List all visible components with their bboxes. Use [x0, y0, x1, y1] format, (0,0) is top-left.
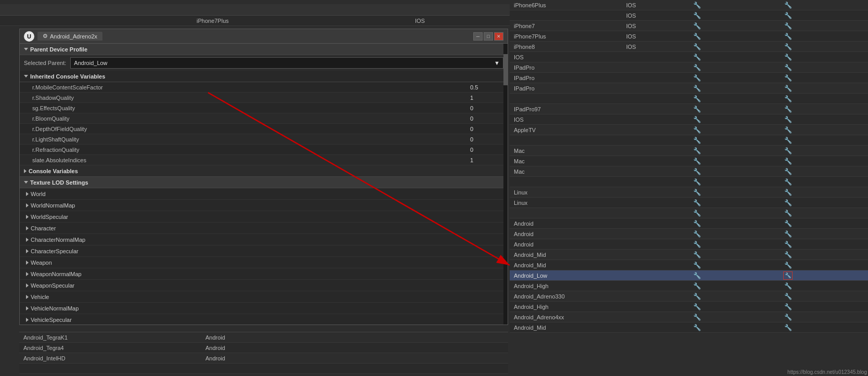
right-row-7-extra: 🔧: [707, 74, 868, 82]
right-row-10-name: IPadPro97: [510, 106, 624, 112]
parent-device-profile-label: Parent Device Profile: [30, 46, 87, 53]
right-row-0-extra: 🔧: [707, 2, 868, 9]
wrench-icon-0b: 🔧: [784, 2, 792, 9]
minimize-button[interactable]: ─: [473, 32, 483, 41]
right-row-15-name: Mac: [510, 158, 624, 164]
right-row-23[interactable]: Android 🔧 🔧: [510, 239, 868, 250]
right-row-13[interactable]: 🔧 🔧: [510, 135, 868, 146]
icv-collapse-icon: [24, 75, 28, 77]
right-row-8[interactable]: IPadPro 🔧 🔧: [510, 83, 868, 94]
collapse-icon: [24, 48, 28, 50]
tls-item-weaponnormalmap[interactable]: WeaponNormalMap: [20, 268, 508, 280]
right-row-5[interactable]: IOS 🔧 🔧: [510, 52, 868, 62]
bg-row-1-name: iPhone7Plus: [192, 18, 411, 24]
right-row-6[interactable]: IPadPro 🔧 🔧: [510, 62, 868, 73]
right-row-9[interactable]: 🔧 🔧: [510, 94, 868, 104]
var-value-4: 0: [466, 126, 508, 132]
var-row-5: r.LightShaftQuality 0: [20, 134, 508, 145]
right-row-30-name: Android_Adreno4xx: [510, 314, 624, 320]
right-row-16[interactable]: Mac 🔧 🔧: [510, 166, 868, 177]
var-row-1: r.ShadowQuality 1: [20, 93, 508, 103]
right-row-24[interactable]: Android_Mid 🔧 🔧: [510, 250, 868, 260]
dropdown-arrow-icon: ▼: [494, 60, 500, 66]
wrench-icon-1: 🔧: [693, 12, 701, 19]
right-row-4-name: iPhone8: [510, 44, 624, 50]
right-row-4[interactable]: iPhone8 IOS 🔧 🔧: [510, 42, 868, 52]
right-row-29-name: Android_High: [510, 304, 624, 310]
right-row-14[interactable]: Mac 🔧 🔧: [510, 146, 868, 156]
panel-title-left: U ⚙ Android_Adreno2x: [24, 31, 102, 42]
right-row-17[interactable]: 🔧 🔧: [510, 177, 868, 187]
device-icon: ⚙: [43, 33, 48, 40]
tls-item-weaponspecular[interactable]: WeaponSpecular: [20, 280, 508, 291]
right-row-24-name: Android_Mid: [510, 252, 624, 258]
tls-label: Texture LOD Settings: [30, 179, 88, 186]
right-row-18[interactable]: Linux 🔧 🔧: [510, 187, 868, 198]
bottom-row-0[interactable]: Android_TegraK1 Android: [19, 332, 508, 343]
bottom-row-1[interactable]: Android_Tegra4 Android: [19, 343, 508, 353]
tls-item-characterspecular[interactable]: CharacterSpecular: [20, 245, 508, 257]
right-row-1[interactable]: IOS 🔧 🔧: [510, 10, 868, 21]
bottom-row-2[interactable]: Android_IntelHD Android: [19, 353, 508, 364]
right-row-2-name: iPhone7: [510, 23, 624, 29]
right-row-20[interactable]: 🔧 🔧: [510, 208, 868, 218]
var-value-5: 0: [466, 136, 508, 142]
tls-item-vehiclespecular[interactable]: VehicleSpecular: [20, 314, 508, 325]
right-row-31-name: Android_Mid: [510, 325, 624, 331]
tls-item-character[interactable]: Character: [20, 223, 508, 234]
tls-label-vehiclenormalmap: VehicleNormalMap: [31, 305, 79, 312]
tls-item-world[interactable]: World: [20, 188, 508, 200]
panel-tab[interactable]: ⚙ Android_Adreno2x: [37, 32, 102, 41]
right-row-3-os: IOS: [624, 33, 686, 40]
tls-items: World WorldNormalMap WorldSpecular Chara…: [20, 188, 508, 325]
right-row-19-name: Linux: [510, 200, 624, 206]
tls-item-vehiclenormalmap[interactable]: VehicleNormalMap: [20, 303, 508, 314]
main-panel: U ⚙ Android_Adreno2x ─ □ ✕ Parent Device…: [19, 29, 508, 325]
close-button[interactable]: ✕: [494, 32, 503, 41]
tls-item-worldnormalmap[interactable]: WorldNormalMap: [20, 200, 508, 211]
tls-item-worldspecular[interactable]: WorldSpecular: [20, 211, 508, 223]
right-row-3[interactable]: iPhone7Plus IOS 🔧 🔧: [510, 31, 868, 42]
right-row-android-low-name: Android_Low: [510, 273, 624, 279]
tls-label-vehicle: Vehicle: [31, 294, 49, 300]
right-row-2[interactable]: iPhone7 IOS 🔧 🔧: [510, 21, 868, 31]
parent-dropdown[interactable]: Android_Low ▼: [70, 57, 503, 69]
right-row-30[interactable]: Android_Adreno4xx 🔧 🔧: [510, 312, 868, 322]
right-row-5-wrench: 🔧: [686, 54, 707, 61]
right-row-10[interactable]: IPadPro97 🔧 🔧: [510, 104, 868, 114]
right-row-4-wrench: 🔧: [686, 43, 707, 50]
right-row-android-low[interactable]: Android_Low 🔧 🔧: [510, 270, 868, 281]
right-row-22[interactable]: Android 🔧 🔧: [510, 229, 868, 239]
right-row-11[interactable]: IOS 🔧 🔧: [510, 114, 868, 125]
var-name-4: r.DepthOfFieldQuality: [32, 126, 466, 132]
scrollbar-thumb[interactable]: [503, 54, 508, 85]
right-row-28-name: Android_Adreno330: [510, 293, 624, 300]
right-row-0[interactable]: iPhone6Plus IOS 🔧 🔧: [510, 0, 868, 10]
right-row-12[interactable]: AppleTV 🔧 🔧: [510, 125, 868, 135]
right-row-27[interactable]: Android_High 🔧 🔧: [510, 281, 868, 291]
right-panel: iPhone6Plus IOS 🔧 🔧 IOS 🔧 🔧 iPhone7 IOS …: [510, 0, 868, 376]
right-row-15[interactable]: Mac 🔧 🔧: [510, 156, 868, 166]
tls-item-characternormalmap[interactable]: CharacterNormalMap: [20, 234, 508, 245]
panel-scrollbar[interactable]: [503, 44, 508, 325]
right-row-29[interactable]: Android_High 🔧 🔧: [510, 302, 868, 312]
right-row-28[interactable]: Android_Adreno330 🔧 🔧: [510, 291, 868, 302]
right-row-25[interactable]: Android_Mid 🔧 🔧: [510, 260, 868, 270]
right-row-3-name: iPhone7Plus: [510, 33, 624, 40]
tls-item-vehicle[interactable]: Vehicle: [20, 291, 508, 303]
wrench-icon-highlighted: 🔧: [785, 273, 791, 278]
var-row-4: r.DepthOfFieldQuality 0: [20, 124, 508, 134]
right-row-19[interactable]: Linux 🔧 🔧: [510, 198, 868, 208]
tls-expand-icon-vehiclenormalmap: [26, 306, 29, 310]
panel-controls: ─ □ ✕: [473, 32, 503, 41]
tls-item-weapon[interactable]: Weapon: [20, 257, 508, 268]
right-row-2-extra: 🔧: [707, 22, 868, 30]
right-row-6-extra: 🔧: [707, 64, 868, 71]
right-row-7[interactable]: IPadPro 🔧 🔧: [510, 73, 868, 83]
maximize-button[interactable]: □: [484, 32, 493, 41]
var-name-7: slate.AbsoluteIndices: [32, 157, 466, 163]
right-row-31[interactable]: Android_Mid 🔧 🔧: [510, 322, 868, 333]
right-row-14-name: Mac: [510, 148, 624, 154]
right-row-8-wrench: 🔧: [686, 85, 707, 92]
right-row-21[interactable]: Android 🔧 🔧: [510, 218, 868, 229]
